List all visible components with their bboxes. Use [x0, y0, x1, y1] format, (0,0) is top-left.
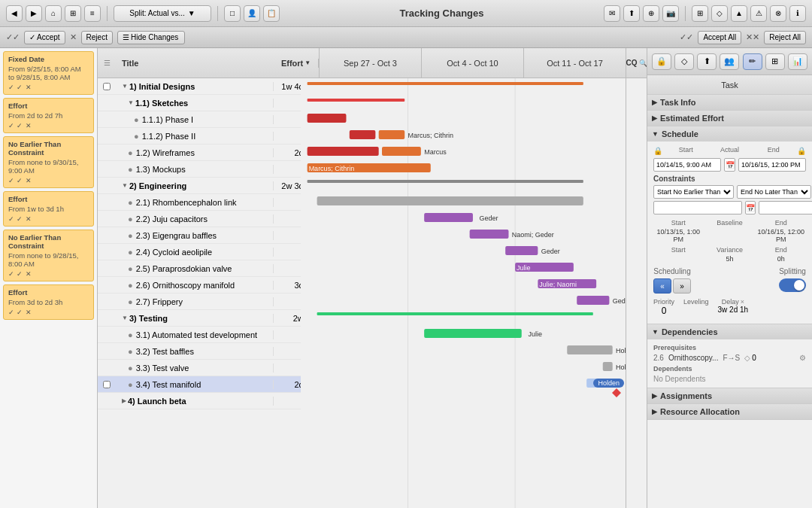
diamond-btn[interactable]: ◇	[674, 53, 694, 70]
change-reject-5[interactable]: ✕	[26, 309, 32, 316]
list-btn[interactable]: ≡	[84, 5, 101, 22]
collapse-arrow-3[interactable]: ▼	[122, 315, 128, 321]
warning-btn[interactable]: ⚠	[750, 5, 767, 22]
assignments-header[interactable]: ▶ Assignments	[647, 388, 812, 403]
edit-btn[interactable]: ✏	[743, 53, 762, 70]
task-row-2-2[interactable]: ● 2.2) Juju capacitors 2d	[98, 211, 301, 227]
task-row-3-2[interactable]: ● 3.2) Test baffles 2d	[98, 343, 301, 360]
splitting-toggle[interactable]	[779, 278, 806, 292]
constraint2-select[interactable]: End No Later Than	[737, 185, 811, 199]
task-row-1-1-1[interactable]: ● 1.1.1) Phase I 1d	[98, 111, 301, 128]
task-effort-3-1: 4d	[274, 330, 301, 339]
export-btn[interactable]: ⬆	[623, 5, 640, 22]
estimated-effort-header[interactable]: ▶ Estimated Effort	[647, 111, 812, 126]
change-accept-4[interactable]: ✓ ✓	[8, 270, 23, 278]
schedule-header[interactable]: ▼ Schedule	[647, 126, 812, 141]
task-row-3-3[interactable]: ● 3.3) Test valve 2d	[98, 360, 301, 376]
constraint-date-input2[interactable]	[759, 201, 812, 214]
change-reject-3[interactable]: ✕	[26, 215, 32, 223]
week-label-2: Oct 11 - Oct 17	[547, 59, 603, 68]
change-accept-5[interactable]: ✓ ✓	[8, 309, 23, 316]
dep-edit-btn[interactable]: ⚙	[799, 354, 806, 362]
task-info-header[interactable]: ▶ Task Info	[647, 95, 812, 110]
task-checkbox-1[interactable]	[103, 83, 111, 90]
collapse-arrow-1-1[interactable]: ▼	[128, 99, 134, 106]
upload-btn[interactable]: ▲	[731, 5, 747, 22]
task-row-3-1[interactable]: ● 3.1) Automated test development 4d	[98, 327, 301, 343]
view-btn1[interactable]: □	[224, 5, 241, 22]
change-reject-0[interactable]: ✕	[26, 84, 32, 91]
dependencies-header[interactable]: ▼ Dependencies	[647, 324, 812, 339]
change-reject-1[interactable]: ✕	[26, 122, 32, 129]
change-accept-3[interactable]: ✓ ✓	[8, 215, 23, 223]
constraint1-select[interactable]: Start No Earlier Than	[653, 185, 734, 199]
collapse-arrow-1[interactable]: ▼	[122, 83, 128, 90]
task-row-1-3[interactable]: ● 1.3) Mockups 1w	[98, 161, 301, 178]
lock-btn[interactable]: 🔒	[652, 53, 671, 70]
lock-icon-right: 🔒	[797, 147, 806, 155]
task-row-3-4[interactable]: ● 3.4) Test manifold 2d 3h	[98, 376, 301, 393]
change-accept-1[interactable]: ✓ ✓	[8, 122, 23, 129]
camera-btn[interactable]: 📷	[662, 5, 679, 22]
task-row-1-1[interactable]: ▼ 1.1) Sketches 2d	[98, 95, 301, 111]
constraint-calendar-icon[interactable]: 📅	[745, 201, 756, 214]
task-tab[interactable]: Task	[647, 75, 812, 95]
task-row-1[interactable]: ▼ 1) Initial Designs 1w 4d 7h	[98, 78, 301, 95]
constraint-date-input[interactable]	[653, 201, 742, 214]
back-btn[interactable]: ◀	[6, 5, 23, 22]
calendar-icon[interactable]: 📅	[724, 158, 735, 172]
table-view-btn[interactable]: ⊞	[692, 5, 708, 22]
change-reject-2[interactable]: ✕	[26, 177, 32, 184]
task-effort-2-1: 1d	[274, 198, 301, 207]
delay-x[interactable]: ×	[741, 298, 744, 306]
reject-button[interactable]: Reject	[81, 31, 113, 44]
task-row-2-1[interactable]: ● 2.1) Rhombencephalon link 1d	[98, 194, 301, 211]
task-row-2-5[interactable]: ● 2.5) Paraprosdokian valve 4d	[98, 260, 301, 277]
stop-btn[interactable]: ⊗	[770, 5, 786, 22]
change-accept-0[interactable]: ✓ ✓	[8, 84, 23, 91]
graph-btn[interactable]: 📊	[788, 53, 807, 70]
task-checkbox-3-4[interactable]	[103, 381, 111, 388]
task-row-1-2[interactable]: ● 1.2) Wireframes 2d 7h	[98, 144, 301, 161]
week-oct11: Oct 11 - Oct 17	[524, 48, 626, 78]
task-row-2[interactable]: ▼ 2) Engineering 2w 3d 1h	[98, 178, 301, 194]
grid-btn[interactable]: ⊞	[65, 5, 81, 22]
people-btn[interactable]: 👥	[720, 53, 739, 70]
accept-button[interactable]: ✓ Accept	[24, 31, 65, 44]
task-title-1-1: ▼ 1.1) Sketches	[116, 99, 274, 108]
task-row-1-1-2[interactable]: ● 1.1.2) Phase II 1d	[98, 128, 301, 144]
sched-end-label: End	[768, 146, 780, 154]
change-accept-2[interactable]: ✓ ✓	[8, 177, 23, 184]
table-btn[interactable]: ⊞	[765, 53, 785, 70]
share-btn[interactable]: ⊕	[643, 5, 659, 22]
task-row-2-7[interactable]: ● 2.7) Frippery 1d	[98, 294, 301, 310]
task-row-3[interactable]: ▼ 3) Testing 2w 3h	[98, 310, 301, 327]
end-date-input[interactable]	[738, 158, 806, 172]
collapse-arrow-4[interactable]: ▶	[122, 397, 126, 404]
change-reject-4[interactable]: ✕	[26, 270, 32, 278]
view-btn2[interactable]: 📋	[263, 5, 280, 22]
sched-backward-btn[interactable]: «	[653, 278, 671, 294]
collapse-arrow-2[interactable]: ▼	[122, 182, 128, 189]
assignments-section: ▶ Assignments	[647, 388, 812, 404]
person-btn[interactable]: 👤	[244, 5, 260, 22]
task-row-2-3[interactable]: ● 2.3) Eigengrau baffles 1d	[98, 227, 301, 244]
forward-btn[interactable]: ▶	[26, 5, 42, 22]
home-btn[interactable]: ⌂	[45, 5, 62, 22]
task-row-2-4[interactable]: ● 2.4) Cycloid aeolipile 1d	[98, 244, 301, 260]
mail-btn[interactable]: ✉	[604, 5, 620, 22]
sched-forward-btn[interactable]: »	[673, 278, 691, 294]
dep-arrow: ▼	[652, 328, 659, 336]
diamond-btn[interactable]: ◇	[711, 5, 728, 22]
reject-all-button[interactable]: Reject All	[764, 31, 806, 44]
info-btn[interactable]: ℹ	[789, 5, 806, 22]
upload-btn[interactable]: ⬆	[697, 53, 717, 70]
start-date-input[interactable]	[653, 158, 721, 172]
split-btn[interactable]: Split: Actual vs... ▼	[114, 5, 211, 22]
task-row-4[interactable]: ▶ 4) Launch beta 0h	[98, 393, 301, 409]
task-row-2-6[interactable]: ● 2.6) Ornithoscopy manifold 3d 1h	[98, 277, 301, 294]
magnify-icon[interactable]: 🔍	[639, 59, 647, 67]
hide-changes-button[interactable]: ☰ Hide Changes	[117, 31, 185, 44]
accept-all-button[interactable]: Accept All	[698, 31, 741, 44]
resource-header[interactable]: ▶ Resource Allocation	[647, 404, 812, 419]
